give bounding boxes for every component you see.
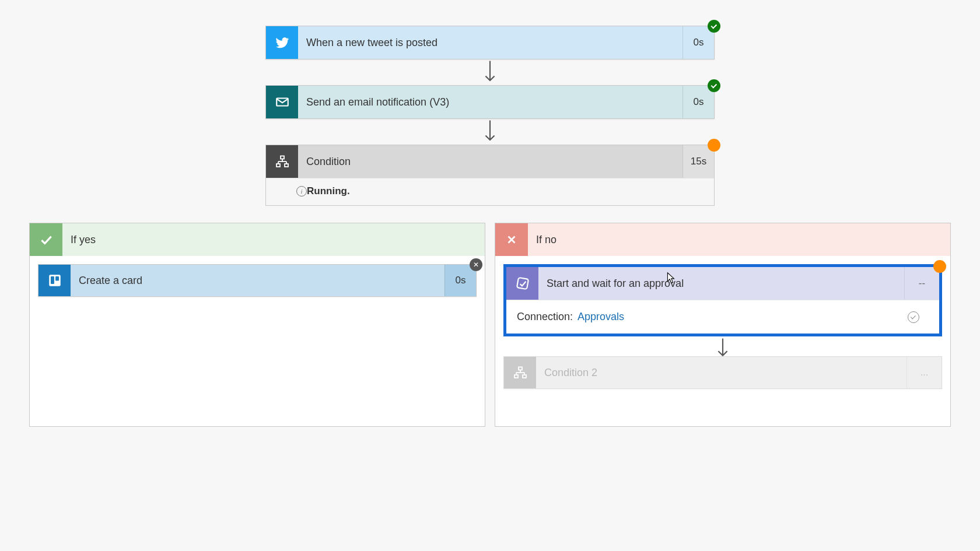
approval-card[interactable]: Start and wait for an approval -- Connec…: [503, 264, 942, 336]
approval-duration: --: [904, 267, 939, 300]
svg-rect-15: [519, 367, 522, 370]
action-email-card[interactable]: Send an email notification (V3) 0s: [265, 85, 715, 119]
svg-rect-11: [50, 276, 54, 284]
branch-yes-title: If yes: [62, 223, 485, 256]
trigger-twitter-card[interactable]: When a new tweet is posted 0s: [265, 26, 715, 59]
success-badge-icon: [708, 20, 720, 33]
branch-yes[interactable]: If yes Create a card 0s: [29, 223, 485, 427]
arrow-down-icon: [265, 119, 715, 145]
trello-label: Create a card: [71, 265, 444, 296]
x-icon: [495, 223, 528, 256]
condition-status-text: Running.: [307, 185, 350, 197]
svg-rect-12: [55, 276, 59, 281]
approval-connection-row: Connection: Approvals: [506, 300, 939, 334]
running-badge-icon: [933, 260, 946, 273]
twitter-icon: [266, 26, 298, 59]
condition-icon: [266, 145, 298, 178]
connection-ok-icon: [908, 311, 919, 323]
condition2-card[interactable]: Condition 2 ...: [503, 356, 942, 389]
check-icon: [30, 223, 62, 256]
svg-rect-9: [285, 164, 288, 167]
running-badge-icon: [708, 139, 720, 152]
info-icon: i: [296, 186, 307, 196]
condition-card[interactable]: Condition 15s i Running.: [265, 145, 715, 206]
success-badge-icon: [708, 79, 720, 92]
email-label: Send an email notification (V3): [298, 86, 682, 118]
trello-create-card[interactable]: Create a card 0s: [38, 264, 477, 297]
condition-label: Condition: [298, 145, 682, 178]
cancel-badge-icon: [470, 258, 482, 271]
approval-connection-link[interactable]: Approvals: [578, 311, 624, 323]
branch-no-title: If no: [528, 223, 950, 256]
condition-icon: [504, 357, 536, 388]
trigger-label: When a new tweet is posted: [298, 26, 682, 59]
arrow-down-icon: [503, 336, 942, 356]
svg-rect-13: [516, 278, 528, 289]
svg-rect-3: [281, 156, 284, 159]
svg-rect-8: [276, 164, 280, 167]
svg-rect-20: [514, 375, 518, 378]
condition2-label: Condition 2: [536, 357, 907, 388]
trello-icon: [38, 265, 71, 296]
branch-no[interactable]: If no Start and wait for an approval --: [495, 223, 951, 427]
approval-label: Start and wait for an approval: [538, 267, 904, 300]
mail-icon: [266, 86, 298, 118]
svg-rect-21: [523, 375, 526, 378]
condition2-duration: ...: [907, 357, 942, 388]
approval-connection-label: Connection:: [517, 311, 573, 323]
approval-icon: [506, 267, 538, 300]
arrow-down-icon: [265, 59, 715, 85]
condition-status-row: i Running.: [266, 178, 714, 205]
